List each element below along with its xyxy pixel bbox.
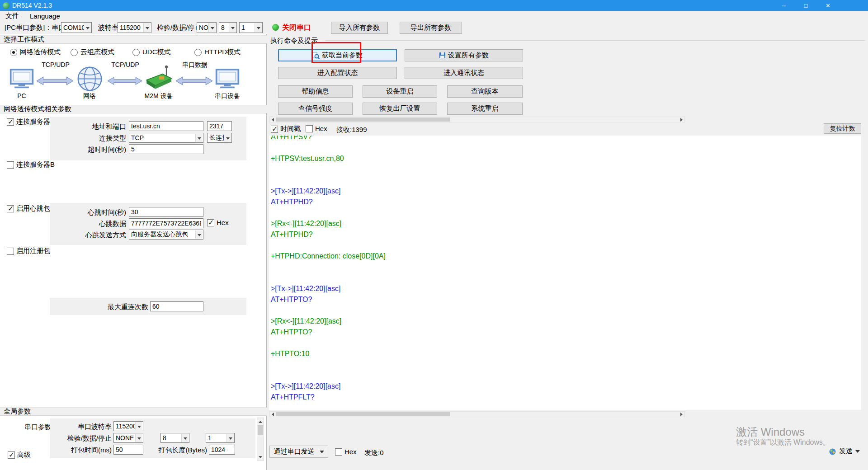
send-mode-dropdown[interactable]: 通过串口发送: [269, 446, 328, 458]
scrollbar-thumb[interactable]: [258, 425, 263, 435]
timeout-input[interactable]: [129, 144, 203, 154]
advanced-checkbox[interactable]: 高级: [8, 451, 31, 459]
query-version-button[interactable]: 查询版本: [447, 85, 523, 98]
arrow-icon: [176, 76, 212, 85]
app-window: DR514 V2.1.3 ─ □ ✕ 文件 Language [PC串口参数]：…: [0, 0, 868, 470]
chevron-down-icon: [257, 27, 260, 29]
chevron-down-icon: [184, 437, 187, 440]
g-parity-select[interactable]: NONE: [113, 433, 143, 443]
link2-label: TCP/UDP: [109, 61, 141, 68]
close-port-button[interactable]: 关闭串口: [282, 23, 311, 33]
conn-type-select[interactable]: TCP: [129, 133, 203, 143]
scroll-right-icon[interactable]: [679, 412, 684, 417]
reset-count-button[interactable]: 复位计数: [824, 123, 861, 134]
parity-data-stop-label: 检验/数据/停止: [157, 24, 201, 32]
com-port-select[interactable]: COM10: [61, 22, 92, 33]
log-output[interactable]: AT+HTPSV? +HTPSV:test.usr.cn,80 >[Tx->][…: [269, 136, 861, 410]
recv-hex-checkbox[interactable]: Hex: [306, 125, 327, 132]
hb-mode-label: 心跳发送方式: [50, 231, 126, 240]
h-scrollbar-bottom[interactable]: [269, 411, 685, 417]
menu-language[interactable]: Language: [24, 12, 66, 20]
radio-udc-mode[interactable]: UDC模式: [132, 48, 171, 56]
device-restart-button[interactable]: 设备重启: [363, 85, 437, 98]
m2m-label: M2M 设备: [141, 92, 177, 100]
hb-data-input[interactable]: [129, 218, 203, 228]
databits-select[interactable]: 8: [219, 22, 237, 33]
system-restart-button[interactable]: 系统重启: [447, 103, 523, 115]
g-baud-select[interactable]: 115200: [113, 421, 143, 431]
pack-len-label: 打包长度(Bytes): [140, 446, 207, 455]
chevron-down-icon: [86, 27, 90, 29]
radio-icon: [71, 49, 78, 56]
g-stopbits-select[interactable]: 1: [206, 433, 235, 443]
pack-len-input[interactable]: [209, 445, 235, 455]
menu-file[interactable]: 文件: [0, 12, 24, 20]
server-b-checkbox[interactable]: 连接服务器B: [7, 160, 55, 169]
scroll-left-icon[interactable]: [270, 412, 276, 417]
global-params-section-header: 全局参数: [0, 407, 267, 416]
timestamp-checkbox[interactable]: 时间戳: [271, 125, 301, 133]
recv-count: 接收:1399: [336, 126, 367, 134]
scroll-left-icon[interactable]: [270, 117, 276, 122]
server-a-checkbox[interactable]: 连接服务器A: [7, 118, 55, 126]
log-line: >[Tx->][11:42:20][asc]: [271, 283, 861, 294]
scrollbar-thumb[interactable]: [276, 118, 450, 122]
g-pds-label: 检验/数据/停止: [50, 434, 112, 443]
log-line: +HTPTO:10: [271, 348, 861, 359]
server-addr-input[interactable]: [129, 121, 203, 131]
log-line: +HTPSV:test.usr.cn,80: [271, 153, 861, 164]
command-header: 执行命令及提示: [270, 37, 318, 45]
scrollbar-thumb[interactable]: [276, 412, 450, 416]
parity-select[interactable]: NONI: [197, 22, 217, 33]
maximize-icon[interactable]: □: [795, 0, 817, 11]
g-baud-label: 串口波特率: [50, 423, 112, 431]
radio-net-transparent-mode[interactable]: 网络透传模式: [10, 48, 61, 56]
help-info-button[interactable]: 帮助信息: [278, 85, 353, 98]
baud-select[interactable]: 115200: [118, 22, 151, 33]
hb-mode-select[interactable]: 向服务器发送心跳包: [129, 230, 203, 240]
reconnect-label: 最大重连次数: [77, 303, 148, 311]
hb-hex-checkbox[interactable]: Hex: [207, 219, 229, 226]
scroll-down-icon[interactable]: [257, 454, 264, 460]
send-hex-checkbox[interactable]: Hex: [335, 448, 357, 456]
v-scrollbar[interactable]: [257, 418, 264, 461]
server-port-input[interactable]: [207, 121, 232, 131]
hb-time-input[interactable]: [129, 207, 203, 217]
import-params-button[interactable]: 导入所有参数: [331, 22, 388, 34]
pack-time-input[interactable]: [113, 445, 143, 455]
export-params-button[interactable]: 导出所有参数: [400, 22, 462, 34]
stopbits-select[interactable]: 1: [239, 22, 263, 33]
hb-time-label: 心跳时间(秒): [50, 208, 126, 217]
log-line: [271, 273, 861, 283]
enter-config-state-button[interactable]: 进入配置状态: [278, 67, 397, 79]
checkbox-icon: [7, 248, 14, 255]
factory-reset-button[interactable]: 恢复出厂设置: [363, 103, 437, 115]
serial-params-group: 串口波特率 115200 检验/数据/停止 NONE 8 1 打包时间(ms) …: [50, 418, 255, 458]
chevron-down-icon: [231, 27, 235, 29]
h-scrollbar-top[interactable]: [269, 117, 685, 122]
g-databits-select[interactable]: 8: [160, 433, 189, 443]
register-packet-checkbox[interactable]: 启用注册包: [7, 247, 50, 255]
radio-icon: [132, 49, 140, 56]
scroll-right-icon[interactable]: [679, 117, 684, 122]
chevron-down-icon: [211, 27, 214, 29]
checkbox-icon: [7, 161, 14, 169]
pc-label: PC: [8, 92, 35, 99]
radio-cloud-mode[interactable]: 云组态模式: [71, 48, 114, 56]
log-line: [271, 142, 861, 153]
send-button[interactable]: 发送: [839, 447, 860, 456]
scroll-up-icon[interactable]: [257, 418, 264, 425]
chevron-down-icon: [137, 426, 141, 428]
reconnect-group: 最大重连次数: [50, 298, 246, 315]
reconnect-input[interactable]: [150, 301, 203, 311]
minimize-icon[interactable]: ─: [773, 0, 795, 11]
heartbeat-checkbox[interactable]: 启用心跳包: [7, 204, 50, 213]
enter-comm-state-button[interactable]: 进入通讯状态: [405, 67, 523, 79]
signal-strength-button[interactable]: 查信号强度: [278, 103, 353, 115]
radio-httpd-mode[interactable]: HTTPD模式: [194, 48, 241, 56]
set-all-params-button[interactable]: 设置所有参数: [405, 49, 523, 61]
sent-count: 发送:0: [364, 449, 384, 457]
chevron-down-icon: [226, 137, 230, 140]
conn-mode-select[interactable]: 长连接: [207, 133, 232, 143]
close-icon[interactable]: ✕: [817, 0, 839, 11]
